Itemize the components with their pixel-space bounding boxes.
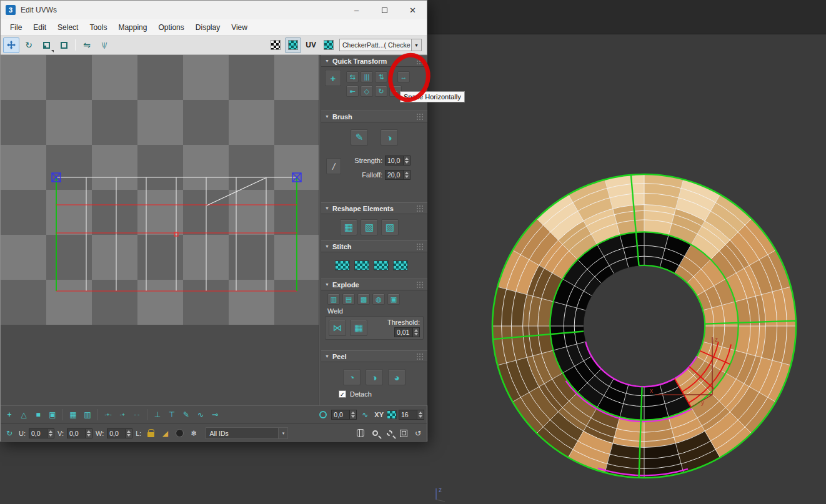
dropdown-arrow-icon[interactable]: ▾ [278, 428, 287, 438]
edge-gap-button[interactable]: - - [131, 409, 143, 420]
material-id-dropdown[interactable]: All IDs ▾ [206, 427, 288, 439]
edge-loop-button[interactable]: -+- [102, 409, 114, 420]
menu-item[interactable]: Mapping [112, 19, 152, 36]
align-parallel-button[interactable]: ⊤ [166, 409, 178, 420]
stitch-average-icon[interactable] [354, 260, 369, 270]
point-to-point-seam-button[interactable]: ∿ [194, 409, 207, 420]
falloff-tool-button[interactable]: \|/ [96, 37, 112, 53]
v-spinner[interactable]: 0,0 [67, 428, 92, 438]
maximize-button[interactable] [371, 1, 399, 19]
space-vertically-icon[interactable]: ⇅ [375, 71, 387, 82]
select-element-button[interactable]: ▦ [67, 409, 79, 420]
move-selected-icon[interactable]: + [3, 409, 16, 420]
zoom-to-gizmo-button[interactable]: ↺ [412, 428, 424, 439]
zoom-region-button[interactable] [383, 428, 396, 439]
reshape-grid-icon[interactable]: ▦ [340, 219, 357, 235]
weld-selected-icon[interactable]: ⋈ [329, 320, 346, 336]
pelt-map-icon[interactable]: ◕ [388, 369, 406, 385]
lock-selection-button[interactable] [144, 428, 157, 439]
menu-item[interactable]: Tools [84, 19, 112, 36]
soft-selection-button[interactable] [173, 428, 186, 439]
reshape-loop-icon[interactable]: ▧ [361, 219, 378, 235]
align-left-icon[interactable]: ⇤ [346, 86, 359, 97]
minimize-button[interactable]: – [342, 1, 371, 19]
window-titlebar[interactable]: 3 Edit UVWs – ✕ [1, 1, 427, 19]
flatten-spline-icon[interactable]: ▣ [387, 294, 400, 305]
rollout-stitch[interactable]: ▼Stitch [321, 240, 427, 252]
viewport-3d[interactable]: zxyz [427, 34, 826, 504]
brush-body: ✎◑ / Strength: 10,0 Falloff: 20,0 [321, 122, 427, 202]
menu-item[interactable]: File [4, 19, 27, 36]
paint-select-button[interactable]: ◢ [159, 428, 171, 439]
space-horizontally-icon[interactable]: ↔ [397, 71, 410, 82]
zoom-extents-button[interactable] [397, 428, 410, 439]
align-perpendicular-button[interactable]: ⊥ [151, 409, 164, 420]
menu-item[interactable]: Edit [27, 19, 52, 36]
quick-peel-icon[interactable]: ◔ [343, 369, 361, 385]
convert-seam-button[interactable]: ⊸ [209, 409, 221, 420]
u-spinner[interactable]: 0,0 [29, 428, 54, 438]
weld-all-icon[interactable]: ▦ [350, 320, 367, 336]
hand-icon [357, 429, 364, 437]
flatten-polygon-icon[interactable]: ▤ [342, 294, 355, 305]
uv-wireframe[interactable] [1, 55, 319, 405]
menu-item[interactable]: Select [52, 19, 84, 36]
angle-spinner[interactable]: 0,0 [331, 410, 357, 420]
pan-button[interactable] [354, 428, 367, 439]
distribute-icon[interactable]: ||| [361, 71, 373, 82]
freeze-button[interactable]: ❄ [187, 428, 200, 439]
flatten-smoothing-icon[interactable]: ◍ [372, 294, 385, 305]
rotate-90-icon[interactable]: ↻ [375, 86, 387, 97]
soft-curve-button[interactable]: ∿ [359, 409, 371, 420]
rollout-peel[interactable]: ▼Peel [321, 350, 427, 362]
show-map-bw-button[interactable] [267, 37, 284, 53]
rotate-tool-button[interactable]: ↻ [21, 37, 37, 53]
texture-dropdown[interactable]: CheckerPatt...( Checke ▼ [339, 39, 422, 51]
stitch-source-icon[interactable] [374, 260, 389, 270]
menu-item[interactable]: Options [152, 19, 189, 36]
menu-item[interactable]: Display [190, 19, 226, 36]
uv-canvas[interactable] [1, 55, 319, 405]
threshold-spinner[interactable]: 0,01 [394, 327, 420, 337]
w-spinner[interactable]: 0,0 [107, 428, 132, 438]
rollout-reshape-elements[interactable]: ▼Reshape Elements [321, 202, 427, 214]
face-mode-button[interactable]: ▣ [46, 409, 59, 420]
falloff-spinner[interactable]: 20,0 [385, 170, 411, 180]
dropdown-arrow-icon[interactable]: ▼ [411, 39, 421, 51]
freeform-tool-button[interactable] [56, 37, 72, 53]
rollout-brush[interactable]: ▼Brush [321, 111, 427, 122]
absolute-typein-icon[interactable]: ↻ [3, 428, 16, 439]
move-tool-button[interactable] [3, 37, 19, 53]
transform-mode-icon[interactable]: + [325, 70, 341, 86]
close-button[interactable]: ✕ [399, 1, 427, 19]
rollout-explode[interactable]: ▼Explode [321, 279, 427, 290]
stitch-target-icon[interactable] [393, 260, 408, 270]
rollout-quick-transform[interactable]: ▼Quick Transform [321, 55, 427, 67]
zoom-button[interactable] [369, 428, 381, 439]
relax-brush-icon[interactable]: ◑ [381, 129, 398, 146]
stitch-custom-icon[interactable] [335, 260, 350, 270]
snap-angle-button[interactable] [317, 409, 329, 420]
grid-size-spinner[interactable]: 16 [399, 410, 424, 420]
paint-move-brush-icon[interactable]: ✎ [351, 129, 368, 146]
vertex-mode-button[interactable]: △ [17, 409, 30, 420]
grid-snap-icon[interactable] [387, 410, 397, 419]
edge-mode-button[interactable]: ■ [32, 409, 44, 420]
scale-tool-button[interactable] [38, 37, 54, 53]
strength-spinner[interactable]: 10,0 [385, 156, 411, 166]
flatten-material-icon[interactable]: ▩ [357, 294, 370, 305]
mirror-tool-button[interactable]: ⇋ [79, 37, 95, 53]
grow-selection-button[interactable]: ▥ [81, 409, 94, 420]
show-map-button[interactable] [285, 37, 301, 53]
peel-mode-icon[interactable]: ◑ [366, 369, 383, 385]
edit-seams-button[interactable]: ✎ [180, 409, 192, 420]
flatten-custom-icon[interactable]: ▥ [327, 294, 340, 305]
edge-ring-button[interactable]: -+ [116, 409, 129, 420]
menu-item[interactable]: View [226, 19, 253, 36]
reshape-ring-icon[interactable]: ▨ [381, 219, 399, 235]
pattern-map-button[interactable] [321, 37, 337, 53]
brush-falloff-curve-icon[interactable]: / [326, 158, 341, 174]
detach-checkbox[interactable]: ✓ [339, 390, 346, 398]
align-pivot-icon[interactable]: ◇ [361, 86, 373, 97]
align-horizontal-icon[interactable]: ⇆ [346, 71, 359, 82]
